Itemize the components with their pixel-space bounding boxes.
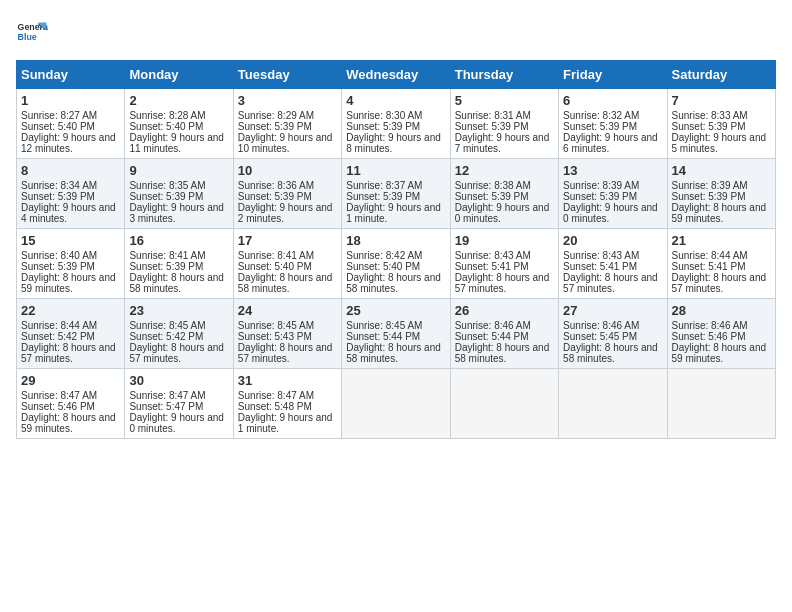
sunset-label: Sunset: 5:39 PM: [129, 191, 203, 202]
day-number: 9: [129, 163, 228, 178]
sunset-label: Sunset: 5:39 PM: [346, 191, 420, 202]
sunrise-label: Sunrise: 8:45 AM: [346, 320, 422, 331]
sunset-label: Sunset: 5:41 PM: [672, 261, 746, 272]
table-row: 26Sunrise: 8:46 AMSunset: 5:44 PMDayligh…: [450, 299, 558, 369]
day-number: 31: [238, 373, 337, 388]
day-number: 16: [129, 233, 228, 248]
daylight-label: Daylight: 9 hours and 2 minutes.: [238, 202, 333, 224]
table-row: 31Sunrise: 8:47 AMSunset: 5:48 PMDayligh…: [233, 369, 341, 439]
sunrise-label: Sunrise: 8:45 AM: [238, 320, 314, 331]
sunset-label: Sunset: 5:39 PM: [455, 121, 529, 132]
table-row: 3Sunrise: 8:29 AMSunset: 5:39 PMDaylight…: [233, 89, 341, 159]
daylight-label: Daylight: 9 hours and 4 minutes.: [21, 202, 116, 224]
calendar-week-row: 15Sunrise: 8:40 AMSunset: 5:39 PMDayligh…: [17, 229, 776, 299]
sunrise-label: Sunrise: 8:38 AM: [455, 180, 531, 191]
table-row: 21Sunrise: 8:44 AMSunset: 5:41 PMDayligh…: [667, 229, 775, 299]
sunrise-label: Sunrise: 8:46 AM: [672, 320, 748, 331]
sunset-label: Sunset: 5:39 PM: [129, 261, 203, 272]
table-row: 11Sunrise: 8:37 AMSunset: 5:39 PMDayligh…: [342, 159, 450, 229]
table-row: 20Sunrise: 8:43 AMSunset: 5:41 PMDayligh…: [559, 229, 667, 299]
daylight-label: Daylight: 9 hours and 0 minutes.: [129, 412, 224, 434]
sunrise-label: Sunrise: 8:37 AM: [346, 180, 422, 191]
day-number: 30: [129, 373, 228, 388]
day-number: 26: [455, 303, 554, 318]
daylight-label: Daylight: 8 hours and 58 minutes.: [346, 342, 441, 364]
calendar-week-row: 29Sunrise: 8:47 AMSunset: 5:46 PMDayligh…: [17, 369, 776, 439]
sunset-label: Sunset: 5:44 PM: [346, 331, 420, 342]
sunrise-label: Sunrise: 8:31 AM: [455, 110, 531, 121]
col-thursday: Thursday: [450, 61, 558, 89]
col-tuesday: Tuesday: [233, 61, 341, 89]
table-row: 1Sunrise: 8:27 AMSunset: 5:40 PMDaylight…: [17, 89, 125, 159]
table-row: 19Sunrise: 8:43 AMSunset: 5:41 PMDayligh…: [450, 229, 558, 299]
sunset-label: Sunset: 5:46 PM: [21, 401, 95, 412]
daylight-label: Daylight: 8 hours and 59 minutes.: [672, 342, 767, 364]
table-row: [667, 369, 775, 439]
daylight-label: Daylight: 9 hours and 10 minutes.: [238, 132, 333, 154]
daylight-label: Daylight: 9 hours and 1 minute.: [346, 202, 441, 224]
sunrise-label: Sunrise: 8:45 AM: [129, 320, 205, 331]
day-number: 7: [672, 93, 771, 108]
day-number: 25: [346, 303, 445, 318]
svg-text:Blue: Blue: [18, 32, 37, 42]
day-number: 29: [21, 373, 120, 388]
daylight-label: Daylight: 8 hours and 59 minutes.: [672, 202, 767, 224]
daylight-label: Daylight: 8 hours and 58 minutes.: [238, 272, 333, 294]
table-row: 2Sunrise: 8:28 AMSunset: 5:40 PMDaylight…: [125, 89, 233, 159]
sunrise-label: Sunrise: 8:33 AM: [672, 110, 748, 121]
day-number: 1: [21, 93, 120, 108]
daylight-label: Daylight: 8 hours and 58 minutes.: [346, 272, 441, 294]
table-row: 16Sunrise: 8:41 AMSunset: 5:39 PMDayligh…: [125, 229, 233, 299]
col-monday: Monday: [125, 61, 233, 89]
sunrise-label: Sunrise: 8:46 AM: [563, 320, 639, 331]
table-row: 5Sunrise: 8:31 AMSunset: 5:39 PMDaylight…: [450, 89, 558, 159]
sunset-label: Sunset: 5:40 PM: [346, 261, 420, 272]
day-number: 18: [346, 233, 445, 248]
calendar-table: Sunday Monday Tuesday Wednesday Thursday…: [16, 60, 776, 439]
daylight-label: Daylight: 8 hours and 58 minutes.: [129, 272, 224, 294]
sunrise-label: Sunrise: 8:44 AM: [672, 250, 748, 261]
day-number: 11: [346, 163, 445, 178]
day-number: 15: [21, 233, 120, 248]
daylight-label: Daylight: 8 hours and 57 minutes.: [238, 342, 333, 364]
table-row: 6Sunrise: 8:32 AMSunset: 5:39 PMDaylight…: [559, 89, 667, 159]
daylight-label: Daylight: 8 hours and 58 minutes.: [455, 342, 550, 364]
sunset-label: Sunset: 5:39 PM: [672, 121, 746, 132]
sunrise-label: Sunrise: 8:43 AM: [455, 250, 531, 261]
sunset-label: Sunset: 5:39 PM: [21, 261, 95, 272]
sunrise-label: Sunrise: 8:28 AM: [129, 110, 205, 121]
day-number: 28: [672, 303, 771, 318]
table-row: 12Sunrise: 8:38 AMSunset: 5:39 PMDayligh…: [450, 159, 558, 229]
sunrise-label: Sunrise: 8:41 AM: [238, 250, 314, 261]
sunrise-label: Sunrise: 8:47 AM: [21, 390, 97, 401]
table-row: 14Sunrise: 8:39 AMSunset: 5:39 PMDayligh…: [667, 159, 775, 229]
daylight-label: Daylight: 8 hours and 57 minutes.: [455, 272, 550, 294]
daylight-label: Daylight: 8 hours and 57 minutes.: [21, 342, 116, 364]
sunset-label: Sunset: 5:47 PM: [129, 401, 203, 412]
sunset-label: Sunset: 5:42 PM: [21, 331, 95, 342]
logo-icon: General Blue: [16, 16, 48, 48]
col-wednesday: Wednesday: [342, 61, 450, 89]
col-saturday: Saturday: [667, 61, 775, 89]
table-row: 25Sunrise: 8:45 AMSunset: 5:44 PMDayligh…: [342, 299, 450, 369]
table-row: 27Sunrise: 8:46 AMSunset: 5:45 PMDayligh…: [559, 299, 667, 369]
sunset-label: Sunset: 5:39 PM: [238, 191, 312, 202]
table-row: [450, 369, 558, 439]
sunset-label: Sunset: 5:39 PM: [346, 121, 420, 132]
sunrise-label: Sunrise: 8:44 AM: [21, 320, 97, 331]
table-row: 28Sunrise: 8:46 AMSunset: 5:46 PMDayligh…: [667, 299, 775, 369]
day-number: 5: [455, 93, 554, 108]
sunrise-label: Sunrise: 8:39 AM: [672, 180, 748, 191]
sunset-label: Sunset: 5:39 PM: [563, 121, 637, 132]
sunrise-label: Sunrise: 8:36 AM: [238, 180, 314, 191]
day-number: 8: [21, 163, 120, 178]
daylight-label: Daylight: 9 hours and 3 minutes.: [129, 202, 224, 224]
sunset-label: Sunset: 5:39 PM: [455, 191, 529, 202]
sunset-label: Sunset: 5:48 PM: [238, 401, 312, 412]
col-friday: Friday: [559, 61, 667, 89]
day-number: 12: [455, 163, 554, 178]
table-row: 18Sunrise: 8:42 AMSunset: 5:40 PMDayligh…: [342, 229, 450, 299]
day-number: 4: [346, 93, 445, 108]
day-number: 24: [238, 303, 337, 318]
sunset-label: Sunset: 5:40 PM: [21, 121, 95, 132]
